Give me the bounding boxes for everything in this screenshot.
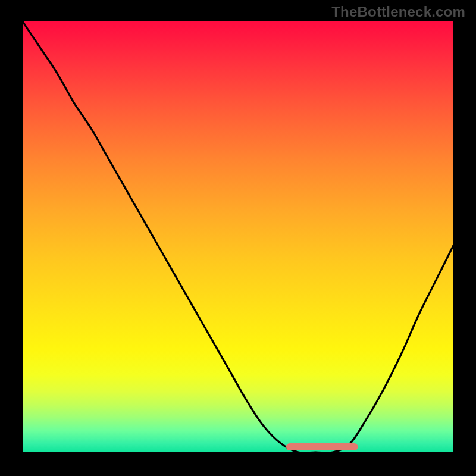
bottleneck-curve bbox=[23, 21, 453, 452]
watermark-text: TheBottleneck.com bbox=[331, 4, 465, 20]
plot-area bbox=[23, 21, 453, 452]
chart-frame: TheBottleneck.com bbox=[0, 0, 476, 476]
